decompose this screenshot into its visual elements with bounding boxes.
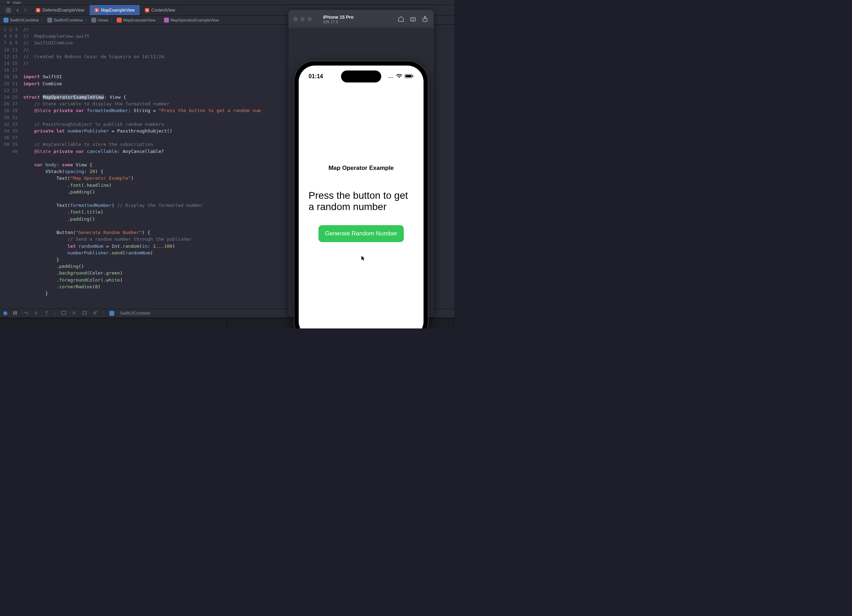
svg-rect-0 [6,8,8,10]
branch-name[interactable]: main [13,0,21,5]
svg-point-7 [46,314,47,315]
svg-rect-8 [61,311,66,315]
struct-icon [164,18,169,23]
tab-content-view[interactable]: ContentView [140,5,181,15]
status-time: 01:14 [308,73,323,80]
battery-icon [405,73,414,80]
folder-icon [47,18,52,23]
iphone-screen[interactable]: 01:14 Map Operator Example Press the but… [299,66,423,328]
swift-file-icon [117,18,122,23]
simulator-titlebar[interactable]: iPhone 15 Pro iOS 17.5 [289,10,434,28]
svg-rect-4 [14,311,14,315]
chevron-right-icon: 〉 [85,17,89,23]
step-into-icon[interactable] [34,311,39,316]
simulator-body: 01:14 Map Operator Example Press the but… [289,28,434,317]
iphone-device-frame: 01:14 Map Operator Example Press the but… [295,61,428,328]
app-body-text: Press the button to get a random number [307,184,415,218]
close-icon[interactable] [293,17,298,21]
tab-label: DeferredExampleView [42,8,84,13]
chevron-right-icon: 〉 [158,17,162,23]
svg-rect-5 [15,311,17,315]
nav-forward-button[interactable] [22,7,29,14]
minimize-icon[interactable] [301,17,305,21]
tab-label: ContentView [151,8,175,13]
breadcrumb-project[interactable]: SwiftUICombine [10,18,39,22]
source-control-bar: main [0,0,454,5]
swift-file-icon [145,8,149,12]
app-content: Map Operator Example Press the button to… [299,84,423,328]
swift-file-icon [36,8,40,12]
dynamic-island [341,71,381,83]
tab-label: MapExampleView [101,8,135,13]
nav-back-button[interactable] [14,7,21,14]
svg-rect-9 [83,312,86,314]
home-icon[interactable] [397,15,405,23]
svg-point-16 [393,77,393,78]
svg-rect-3 [9,11,11,12]
screenshot-icon[interactable] [409,15,417,23]
device-name: iPhone 15 Pro [323,14,393,20]
chevron-right-icon: 〉 [41,17,45,23]
debug-env-icon[interactable] [82,311,87,316]
svg-rect-1 [9,8,11,10]
folder-icon [91,18,96,23]
svg-point-13 [388,77,389,78]
generate-random-button[interactable]: Generate Random Number [319,225,403,242]
branch-indicator-icon [7,2,9,3]
wifi-icon [396,73,402,80]
cellular-icon [388,73,394,80]
svg-point-15 [391,77,392,78]
mouse-cursor-icon [361,256,366,261]
chevron-right-icon: 〉 [110,17,115,23]
breakpoint-toggle-icon[interactable] [3,312,7,315]
app-headline-text: Map Operator Example [323,159,399,177]
step-over-icon[interactable] [23,311,28,316]
project-icon [3,18,9,23]
step-out-icon[interactable] [44,311,49,316]
svg-rect-2 [6,11,8,12]
window-traffic-lights[interactable] [293,17,312,21]
related-items-icon[interactable] [5,7,12,14]
swift-file-icon [95,8,99,12]
share-icon[interactable] [421,15,429,23]
debug-scheme-label[interactable]: SwiftUICombine [120,311,150,316]
svg-point-14 [390,77,390,78]
svg-point-6 [36,314,36,315]
svg-rect-19 [412,75,413,77]
zoom-icon[interactable] [308,17,312,21]
os-version: iOS 17.5 [323,20,393,24]
debug-view-icon[interactable] [61,311,66,316]
breadcrumb-folder[interactable]: Views [98,18,108,22]
tab-deferred-example[interactable]: DeferredExampleView [31,5,89,15]
svg-point-11 [412,18,414,20]
pause-icon[interactable] [13,311,18,316]
tab-map-example[interactable]: MapExampleView [89,5,140,15]
svg-rect-18 [406,75,412,77]
simulator-title: iPhone 15 Pro iOS 17.5 [316,14,393,24]
debug-location-icon[interactable] [93,311,98,316]
debug-memory-icon[interactable] [72,311,77,316]
breadcrumb-file[interactable]: MapExampleView [123,18,156,22]
breadcrumb-target[interactable]: SwiftUICombine [54,18,83,22]
line-gutter: 1 2 3 4 5 6 7 8 9 10 11 12 13 14 15 16 1… [0,25,23,309]
breadcrumb-symbol[interactable]: MapOperatorExampleView [170,18,219,22]
app-icon [109,311,114,316]
